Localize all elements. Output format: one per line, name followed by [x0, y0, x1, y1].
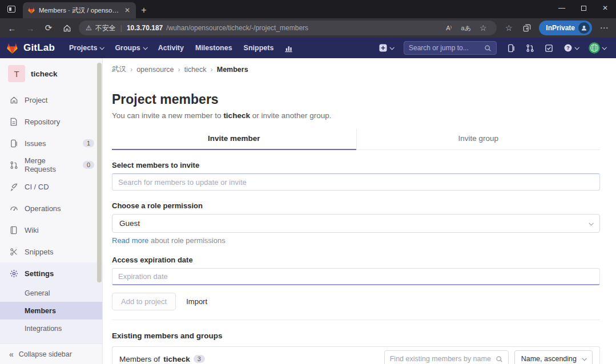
sidebar-item-wiki[interactable]: Wiki [0, 219, 102, 241]
role-permission-select[interactable]: Guest [112, 214, 600, 233]
sidebar-subitem-general[interactable]: General [0, 284, 102, 302]
inprivate-label: InPrivate [546, 24, 575, 32]
chevron-down-icon [602, 45, 606, 50]
back-button[interactable]: ← [3, 20, 21, 36]
sidebar-subitem-members[interactable]: Members [0, 302, 102, 319]
access-expiration-label: Access expiration date [112, 256, 600, 264]
browser-menu-icon[interactable]: ⋯ [595, 20, 613, 36]
breadcrumb: 武汉 › opensource › ticheck › Members [112, 64, 600, 74]
forward-button[interactable]: → [22, 20, 39, 36]
todo-check-icon [545, 44, 553, 52]
collapse-sidebar-button[interactable]: « Collapse sidebar [0, 343, 102, 364]
user-menu-button[interactable] [584, 38, 610, 58]
inprivate-badge[interactable]: InPrivate [539, 21, 592, 35]
sidebar-item-operations[interactable]: Operations [0, 197, 102, 219]
members-count-badge: 3 [194, 355, 205, 363]
merge-request-icon [9, 160, 18, 169]
nav-snippets[interactable]: Snippets [239, 38, 279, 58]
gitlab-tanuki-icon [6, 42, 19, 55]
home-icon [9, 95, 18, 104]
role-permissions-help: Read more about role permissions [112, 236, 600, 245]
profile-avatar-icon [578, 22, 590, 34]
sidebar-item-settings[interactable]: Settings [0, 262, 102, 284]
favorites-bar-icon[interactable]: ☆ [500, 20, 517, 36]
todos-button[interactable] [540, 38, 558, 58]
chevron-down-icon [100, 45, 104, 50]
chevron-down-icon [582, 356, 586, 361]
add-favorite-star-icon[interactable]: ☆ [476, 23, 490, 33]
invite-tabs: Invite member Invite group [112, 128, 600, 150]
issues-icon [507, 44, 516, 52]
gitlab-logo-link[interactable]: GitLab [6, 42, 55, 55]
find-members-input[interactable] [390, 355, 492, 363]
select-members-input[interactable] [112, 173, 600, 191]
gear-icon [9, 269, 18, 278]
project-sidebar: T ticheck Project Repository Issues 1 Me… [0, 58, 103, 364]
find-members-search[interactable] [384, 350, 509, 364]
translate-icon[interactable]: aあ [459, 24, 473, 33]
search-icon [496, 355, 503, 363]
merge-requests-dashboard-button[interactable] [521, 38, 539, 58]
select-members-label: Select members to invite [112, 161, 600, 169]
sidebar-item-snippets[interactable]: Snippets [0, 241, 102, 262]
home-icon [63, 24, 71, 33]
charts-button[interactable] [280, 38, 297, 58]
browser-titlebar: Members · 武汉 / opensource / ticheck ✕ + … [0, 0, 616, 18]
collections-icon[interactable] [518, 20, 536, 36]
window-maximize-button[interactable] [573, 0, 594, 16]
expiration-date-input[interactable] [112, 268, 600, 285]
collapse-chevrons-icon: « [9, 350, 14, 359]
global-search[interactable]: Search or jump to... [404, 41, 497, 55]
tab-actions-menu-button[interactable] [0, 0, 23, 18]
read-more-link[interactable]: Read more [112, 236, 148, 245]
tab-invite-group[interactable]: Invite group [356, 128, 601, 149]
sidebar-item-issues[interactable]: Issues 1 [0, 132, 102, 154]
add-to-project-button[interactable]: Add to project [112, 293, 176, 310]
help-menu-button[interactable]: ? [559, 38, 583, 58]
issues-icon [9, 139, 18, 148]
breadcrumb-current: Members [217, 66, 248, 74]
sidebar-item-merge-requests[interactable]: Merge Requests 0 [0, 154, 102, 176]
chevron-down-icon [589, 221, 593, 225]
nav-milestones[interactable]: Milestones [190, 38, 237, 58]
sidebar-item-project[interactable]: Project [0, 89, 102, 111]
nav-groups[interactable]: Groups [110, 38, 151, 58]
window-minimize-button[interactable]: — [551, 0, 573, 16]
nav-activity[interactable]: Activity [153, 38, 189, 58]
breadcrumb-subgroup[interactable]: opensource [136, 66, 174, 74]
chevron-down-icon [143, 45, 147, 50]
issues-dashboard-button[interactable] [502, 38, 520, 58]
sort-dropdown[interactable]: Name, ascending [514, 350, 593, 364]
chevron-down-icon [389, 45, 394, 50]
home-button[interactable] [58, 20, 75, 36]
browser-tab[interactable]: Members · 武汉 / opensource / ticheck ✕ [23, 2, 136, 18]
security-label[interactable]: 不安全 [95, 23, 116, 33]
breadcrumb-group[interactable]: 武汉 [112, 64, 126, 74]
not-secure-warning-icon: ⚠ [86, 24, 92, 32]
url-field[interactable]: ⚠ 不安全 | 10.3.70.187 /wuhan/opensource/ti… [79, 21, 497, 35]
collections-glyph [523, 24, 531, 32]
user-avatar-globe-icon [589, 42, 600, 54]
read-aloud-icon[interactable]: A⁾ [442, 25, 456, 32]
new-menu-button[interactable] [374, 38, 398, 58]
plus-square-icon [379, 43, 388, 52]
new-tab-button[interactable]: + [136, 2, 152, 18]
file-icon [9, 117, 18, 126]
browser-addressbar: ← → ⟳ ⚠ 不安全 | 10.3.70.187 /wuhan/opensou… [0, 18, 616, 38]
sidebar-item-ci-cd[interactable]: CI / CD [0, 176, 102, 197]
url-path: /wuhan/opensource/ticheck/-/project_memb… [166, 24, 438, 32]
merge-request-icon [526, 44, 534, 52]
tab-invite-member[interactable]: Invite member [112, 128, 356, 150]
tab-close-icon[interactable]: ✕ [123, 6, 131, 14]
sidebar-subitem-integrations[interactable]: Integrations [0, 319, 102, 337]
scissors-icon [9, 247, 18, 256]
sidebar-scrollbar[interactable] [97, 63, 102, 282]
breadcrumb-project[interactable]: ticheck [184, 66, 207, 74]
sidebar-project-header[interactable]: T ticheck [0, 58, 102, 89]
window-close-button[interactable]: ✕ [594, 0, 616, 16]
import-button[interactable]: Import [186, 297, 207, 306]
refresh-button[interactable]: ⟳ [40, 20, 57, 36]
sidebar-item-repository[interactable]: Repository [0, 111, 102, 132]
members-card: Members of ticheck 3 Name, ascending [112, 346, 600, 364]
nav-projects[interactable]: Projects [64, 38, 108, 58]
